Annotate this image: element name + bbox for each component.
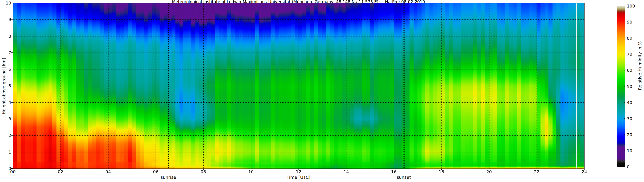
colorbar-tick-label: 100 (627, 3, 635, 8)
x-tick-mark (394, 169, 394, 170)
x-tick-label: 02 (58, 169, 63, 174)
colorbar-tick-label: 60 (627, 68, 632, 73)
y-tick-mark (12, 86, 13, 86)
x-tick-mark (13, 169, 13, 170)
x-tick-mark (108, 169, 108, 170)
colorbar-tick-label: 80 (627, 36, 632, 41)
y-tick-label: 0 (8, 166, 11, 171)
y-tick-mark (12, 36, 13, 36)
x-tick-label: 18 (439, 169, 444, 174)
colorbar-label: Relative Humidity in % (637, 38, 642, 93)
x-tick-mark (203, 169, 204, 170)
colorbar-tick-mark (624, 167, 625, 167)
y-tick-label: 9 (8, 17, 11, 22)
y-tick-label: 1 (8, 149, 11, 155)
x-tick-label: 12 (296, 169, 301, 174)
x-tick-label: 22 (534, 169, 540, 174)
x-tick-label: 14 (344, 169, 349, 174)
y-tick-mark (12, 119, 13, 119)
figure: Meteorological Institute of Ludwig-Maxim… (0, 0, 644, 182)
colorbar-tick-label: 0 (627, 164, 630, 169)
y-tick-mark (12, 152, 13, 152)
y-tick-mark (12, 168, 13, 169)
y-tick-label: 10 (6, 0, 11, 5)
colorbar-tick-mark (624, 54, 625, 55)
y-tick-label: 8 (8, 34, 11, 39)
x-tick-label: 08 (200, 169, 206, 174)
y-tick-label: 7 (8, 50, 11, 55)
colorbar-tick-mark (624, 38, 625, 38)
sunset-label: sunset (396, 175, 411, 180)
x-tick-mark (346, 169, 346, 170)
colorbar-tick-mark (624, 118, 625, 119)
x-tick-mark (441, 169, 442, 170)
y-tick-label: 4 (8, 100, 11, 105)
y-tick-label: 6 (8, 67, 11, 72)
y-axis-label: Height above ground [km] (1, 50, 6, 122)
x-tick-label: 04 (106, 169, 111, 174)
colorbar-tick-label: 20 (627, 132, 632, 137)
colorbar-tick-mark (624, 22, 625, 22)
colorbar-tick-label: 40 (627, 100, 632, 105)
colorbar-tick-label: 70 (627, 52, 632, 57)
y-tick-mark (12, 69, 13, 69)
colorbar-tick-label: 90 (627, 19, 632, 25)
x-tick-label: 06 (153, 169, 158, 174)
colorbar-tick-mark (624, 134, 625, 135)
y-tick-label: 2 (8, 133, 11, 138)
y-tick-mark (12, 52, 13, 53)
colorbar-tick-mark (624, 70, 625, 71)
y-tick-label: 5 (8, 83, 11, 89)
x-axis-label: Time [UTC] (268, 175, 328, 180)
colorbar-tick-label: 10 (627, 148, 632, 153)
x-tick-label: 10 (248, 169, 254, 174)
y-tick-mark (12, 3, 13, 3)
y-tick-mark (12, 19, 13, 20)
colorbar-tick-mark (624, 102, 625, 103)
humidity-heatmap-canvas (13, 3, 584, 169)
x-tick-label: 24 (582, 169, 587, 174)
x-tick-mark (60, 169, 61, 170)
x-tick-label: 16 (391, 169, 396, 174)
x-tick-mark (489, 169, 490, 170)
colorbar-tick-mark (624, 6, 625, 6)
x-tick-mark (298, 169, 299, 170)
x-tick-mark (584, 169, 584, 170)
colorbar-tick-mark (624, 151, 625, 151)
x-tick-label: 20 (486, 169, 492, 174)
x-tick-mark (537, 169, 537, 170)
colorbar-tick-label: 50 (627, 84, 632, 89)
x-tick-mark (156, 169, 156, 170)
y-tick-mark (12, 135, 13, 136)
x-tick-mark (251, 169, 251, 170)
sunrise-label: sunrise (160, 175, 176, 180)
y-tick-mark (12, 102, 13, 102)
y-tick-label: 3 (8, 116, 11, 121)
colorbar-tick-mark (624, 86, 625, 87)
colorbar-tick-label: 30 (627, 116, 632, 121)
